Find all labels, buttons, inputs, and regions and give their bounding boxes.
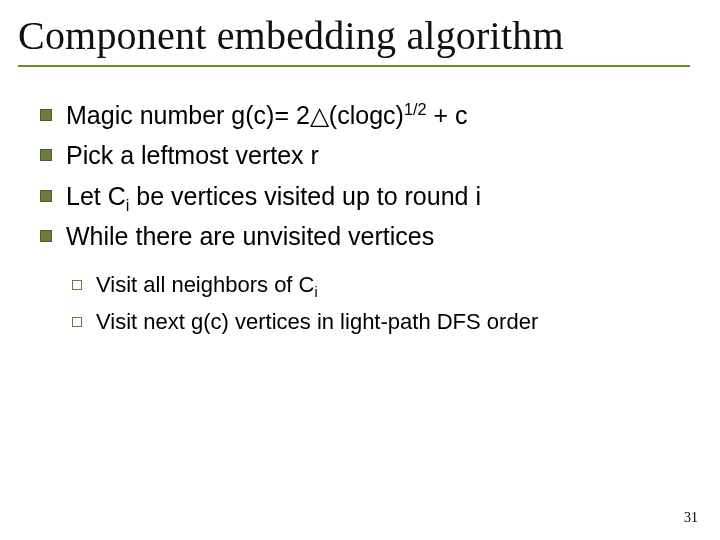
bullet-text: be vertices visited up to round i (129, 182, 481, 210)
sub-bullet-text: Visit next g(c) vertices in light-path D… (96, 309, 538, 334)
page-number: 31 (684, 510, 698, 526)
delta-symbol: △ (310, 101, 329, 129)
bullet-item: Let Ci be vertices visited up to round i (36, 178, 690, 214)
subscript: i (315, 284, 318, 300)
bullet-item: Magic number g(c)= 2△(clogc)1/2 + c (36, 97, 690, 133)
sub-bullet-text: Visit all neighbors of C (96, 272, 315, 297)
bullet-text: (clogc) (329, 101, 404, 129)
bullet-text: Magic number g(c)= 2 (66, 101, 310, 129)
slide-title: Component embedding algorithm (18, 12, 690, 59)
superscript: 1/2 (404, 100, 427, 118)
sub-bullet-item: Visit next g(c) vertices in light-path D… (68, 305, 690, 338)
bullet-text: + c (426, 101, 467, 129)
bullet-list: Magic number g(c)= 2△(clogc)1/2 + c Pick… (36, 97, 690, 254)
bullet-item: Pick a leftmost vertex r (36, 137, 690, 173)
sub-bullet-list: Visit all neighbors of Ci Visit next g(c… (68, 268, 690, 338)
slide: Component embedding algorithm Magic numb… (0, 0, 720, 540)
title-underline: Component embedding algorithm (18, 12, 690, 67)
bullet-text: Let C (66, 182, 126, 210)
bullet-text: Pick a leftmost vertex r (66, 141, 319, 169)
bullet-item: While there are unvisited vertices (36, 218, 690, 254)
bullet-text: While there are unvisited vertices (66, 222, 434, 250)
sub-bullet-item: Visit all neighbors of Ci (68, 268, 690, 301)
